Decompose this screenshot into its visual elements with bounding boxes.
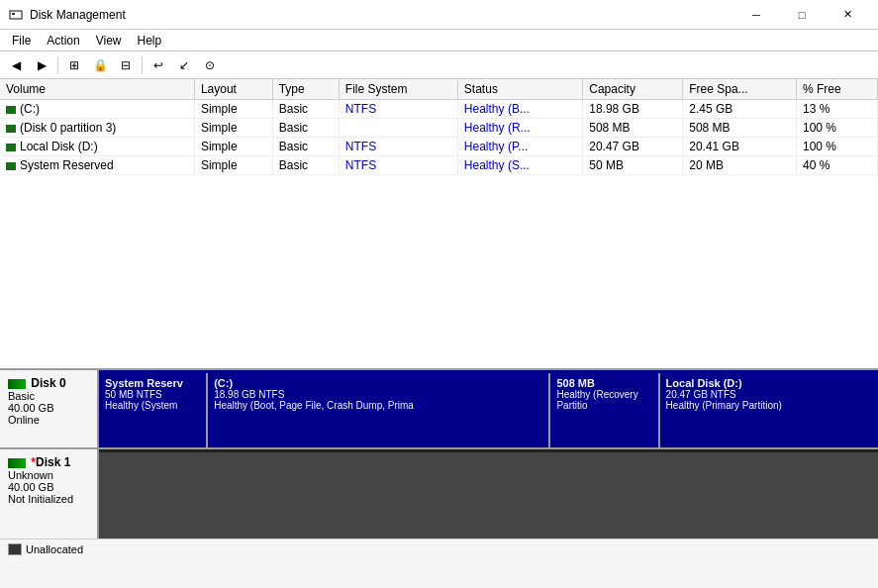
disk1-type: Unknown	[8, 469, 89, 481]
cell-capacity: 50 MB	[583, 156, 683, 175]
p1-status: Healthy (Boot, Page File, Crash Dump, Pr…	[214, 400, 542, 411]
p0-status: Healthy (System	[105, 400, 200, 411]
p0-name: System Reserv	[105, 377, 200, 389]
cell-freespace: 20 MB	[683, 156, 797, 175]
cell-type: Basic	[272, 138, 339, 156]
close-button[interactable]: ✕	[825, 0, 870, 30]
col-header-type: Type	[272, 79, 339, 100]
cell-status: Healthy (P...	[457, 138, 582, 156]
main-container: Volume Layout Type File System Status Ca…	[0, 79, 878, 588]
disk1-label: *Disk 1 Unknown 40.00 GB Not Initialized	[0, 449, 99, 539]
cell-filesystem: NTFS	[339, 100, 457, 119]
col-header-capacity: Capacity	[583, 79, 683, 100]
cell-filesystem: NTFS	[339, 156, 457, 175]
menu-view[interactable]: View	[88, 32, 130, 49]
p1-name: (C:)	[214, 377, 542, 389]
legend-bar: Unallocated	[0, 539, 878, 558]
p0-size: 50 MB NTFS	[105, 389, 200, 400]
disk0-partition3[interactable]: Local Disk (D:) 20.47 GB NTFS Healthy (P…	[660, 373, 878, 447]
cell-capacity: 18.98 GB	[583, 100, 683, 119]
cell-status: Healthy (R...	[457, 119, 582, 138]
toolbar-btn4[interactable]: ↩	[146, 54, 170, 76]
disk0-status: Online	[8, 414, 89, 426]
legend-unallocated-swatch	[8, 543, 22, 555]
cell-volume: System Reserved	[0, 156, 194, 175]
p3-status: Healthy (Primary Partition)	[666, 400, 872, 411]
cell-volume: (C:)	[0, 100, 194, 119]
col-header-volume: Volume	[0, 79, 194, 100]
disk1-row: *Disk 1 Unknown 40.00 GB Not Initialized	[0, 449, 878, 539]
toolbar-btn2[interactable]: 🔒	[88, 54, 112, 76]
menu-help[interactable]: Help	[130, 32, 170, 49]
volume-icon	[6, 106, 16, 114]
toolbar-btn6[interactable]: ⊙	[198, 54, 222, 76]
disk0-row: Disk 0 Basic 40.00 GB Online System Rese…	[0, 370, 878, 449]
disk0-type: Basic	[8, 390, 89, 402]
volume-icon	[6, 125, 16, 133]
toolbar-btn3[interactable]: ⊟	[114, 54, 138, 76]
toolbar: ◀ ▶ ⊞ 🔒 ⊟ ↩ ↙ ⊙	[0, 51, 878, 79]
col-header-status: Status	[457, 79, 582, 100]
table-row[interactable]: Local Disk (D:)SimpleBasicNTFSHealthy (P…	[0, 138, 878, 156]
cell-layout: Simple	[194, 156, 272, 175]
legend-unallocated: Unallocated	[8, 543, 83, 555]
cell-type: Basic	[272, 156, 339, 175]
cell-layout: Simple	[194, 119, 272, 138]
disk1-size: 40.00 GB	[8, 481, 89, 493]
cell-layout: Simple	[194, 138, 272, 156]
table-row[interactable]: System ReservedSimpleBasicNTFSHealthy (S…	[0, 156, 878, 175]
table-row[interactable]: (Disk 0 partition 3)SimpleBasicHealthy (…	[0, 119, 878, 138]
cell-pctfree: 13 %	[797, 100, 878, 119]
cell-freespace: 508 MB	[683, 119, 797, 138]
menu-bar: File Action View Help	[0, 30, 878, 51]
cell-type: Basic	[272, 119, 339, 138]
volume-icon	[6, 144, 16, 151]
svg-rect-1	[12, 13, 15, 15]
toolbar-forward[interactable]: ▶	[30, 54, 53, 76]
cell-volume: Local Disk (D:)	[0, 138, 194, 156]
disk1-name: *Disk 1	[8, 455, 89, 469]
cell-status: Healthy (B...	[457, 100, 582, 119]
legend-unallocated-label: Unallocated	[26, 543, 83, 555]
col-header-layout: Layout	[194, 79, 272, 100]
cell-filesystem: NTFS	[339, 138, 457, 156]
volume-icon	[6, 162, 16, 170]
cell-pctfree: 100 %	[797, 138, 878, 156]
toolbar-sep2	[142, 56, 143, 74]
window-title: Disk Management	[30, 8, 733, 22]
p3-size: 20.47 GB NTFS	[666, 389, 872, 400]
col-header-freespace: Free Spa...	[683, 79, 797, 100]
cell-freespace: 20.41 GB	[683, 138, 797, 156]
table-row[interactable]: (C:)SimpleBasicNTFSHealthy (B...18.98 GB…	[0, 100, 878, 119]
col-header-pctfree: % Free	[797, 79, 878, 100]
table-header-row: Volume Layout Type File System Status Ca…	[0, 79, 878, 100]
cell-filesystem	[339, 119, 457, 138]
minimize-button[interactable]: ─	[733, 0, 779, 30]
disk0-partition2[interactable]: 508 MB Healthy (Recovery Partitio	[550, 373, 659, 447]
toolbar-btn5[interactable]: ↙	[172, 54, 196, 76]
menu-file[interactable]: File	[4, 32, 39, 49]
volumes-table: Volume Layout Type File System Status Ca…	[0, 79, 878, 175]
p2-name: 508 MB	[556, 377, 651, 389]
disk1-status: Not Initialized	[8, 493, 89, 505]
toolbar-btn1[interactable]: ⊞	[62, 54, 86, 76]
lower-disk-area: Disk 0 Basic 40.00 GB Online System Rese…	[0, 370, 878, 588]
toolbar-back[interactable]: ◀	[4, 54, 28, 76]
toolbar-sep1	[57, 56, 58, 74]
disk0-partition1[interactable]: (C:) 18.98 GB NTFS Healthy (Boot, Page F…	[208, 373, 550, 447]
svg-rect-0	[10, 11, 22, 19]
maximize-button[interactable]: □	[779, 0, 825, 30]
p2-status: Healthy (Recovery Partitio	[556, 389, 651, 411]
cell-status: Healthy (S...	[457, 156, 582, 175]
window-controls: ─ □ ✕	[733, 0, 870, 30]
cell-layout: Simple	[194, 100, 272, 119]
disk0-partition0[interactable]: System Reserv 50 MB NTFS Healthy (System	[99, 373, 208, 447]
upper-table-area: Volume Layout Type File System Status Ca…	[0, 79, 878, 370]
cell-capacity: 20.47 GB	[583, 138, 683, 156]
disk0-size: 40.00 GB	[8, 402, 89, 414]
disk1-unallocated[interactable]	[99, 449, 878, 539]
title-bar: Disk Management ─ □ ✕	[0, 0, 878, 30]
cell-type: Basic	[272, 100, 339, 119]
cell-capacity: 508 MB	[583, 119, 683, 138]
menu-action[interactable]: Action	[39, 32, 87, 49]
